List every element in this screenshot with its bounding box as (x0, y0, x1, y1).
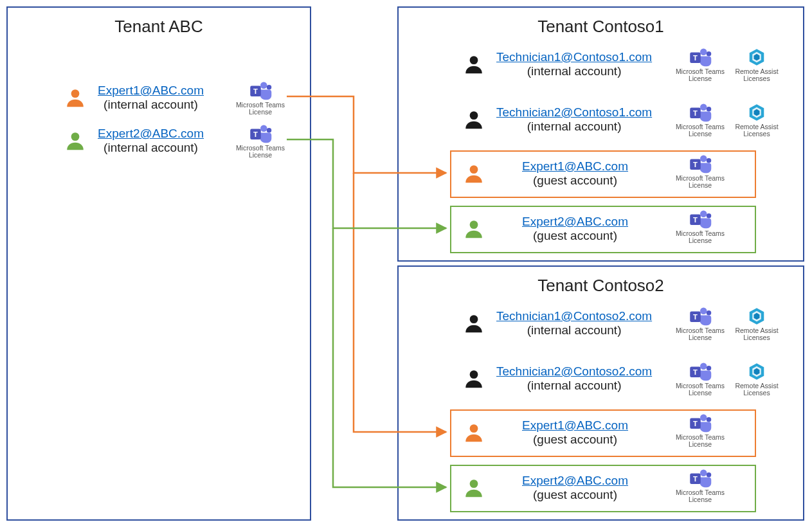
svg-point-6 (260, 125, 267, 132)
diagram-canvas: Tenant ABC Expert1@ABC.com (internal acc… (6, 6, 806, 523)
abc-user1-email[interactable]: Expert2@ABC.com (98, 127, 204, 141)
remoteassist-license-block: Remote Assist Licenses (730, 48, 783, 82)
license-caption: Remote Assist Licenses (730, 382, 783, 397)
contoso1-user3-email[interactable]: Expert2@ABC.com (522, 215, 628, 229)
license-caption: Microsoft Teams License (234, 145, 287, 159)
person-icon (463, 422, 485, 444)
svg-point-27 (700, 156, 707, 163)
svg-text:T: T (693, 54, 698, 62)
svg-point-46 (707, 366, 712, 371)
teams-icon: T (689, 154, 712, 174)
svg-point-45 (700, 363, 707, 370)
license-caption: Microsoft Teams License (674, 489, 726, 503)
svg-text:T: T (693, 161, 698, 168)
svg-point-5 (71, 132, 80, 141)
teams-icon: T (689, 307, 712, 326)
remoteassist-license-block: Remote Assist Licenses (730, 362, 783, 397)
svg-text:T: T (693, 475, 698, 483)
contoso2-user2-email[interactable]: Expert1@ABC.com (522, 418, 628, 433)
teams-icon: T (249, 81, 272, 100)
svg-point-58 (700, 470, 707, 477)
svg-point-52 (470, 424, 478, 433)
svg-text:T: T (253, 87, 258, 95)
license-caption: Microsoft Teams License (674, 123, 726, 138)
remoteassist-license-block: Remote Assist Licenses (730, 307, 783, 341)
svg-text:T: T (693, 109, 698, 117)
license-caption: Microsoft Teams License (674, 230, 726, 244)
svg-point-2 (267, 85, 272, 90)
contoso2-user3-email[interactable]: Expert2@ABC.com (522, 474, 628, 488)
tenant-contoso2-title: Tenant Contoso2 (399, 276, 803, 296)
license-caption: Remote Assist Licenses (730, 68, 783, 82)
teams-icon: T (689, 103, 712, 122)
svg-text:T: T (693, 313, 698, 321)
contoso1-user2-email[interactable]: Expert1@ABC.com (522, 159, 628, 174)
person-icon (463, 312, 485, 334)
svg-point-19 (700, 104, 707, 111)
svg-point-32 (700, 211, 707, 218)
tenant-contoso1-title: Tenant Contoso1 (399, 17, 803, 37)
svg-text:T: T (253, 130, 258, 138)
teams-license-block: T Microsoft Teams License (674, 154, 726, 189)
svg-point-57 (470, 480, 478, 488)
tenant-contoso1: Tenant Contoso1 Technician1@Contoso1.com… (397, 6, 804, 262)
person-icon (64, 87, 86, 109)
teams-license-block: T Microsoft Teams License (234, 81, 287, 116)
license-caption: Microsoft Teams License (674, 175, 726, 189)
person-icon (463, 109, 485, 130)
contoso1-user2-sub: (guest account) (522, 174, 628, 188)
teams-license-block: T Microsoft Teams License (674, 469, 726, 503)
contoso1-user3-sub: (guest account) (522, 229, 628, 243)
person-icon (463, 53, 485, 75)
svg-point-18 (470, 111, 478, 120)
contoso1-guest-row: Expert2@ABC.com (guest account) (463, 215, 628, 243)
svg-point-28 (707, 158, 712, 163)
abc-user0-sub: (internal account) (98, 98, 204, 112)
person-icon (64, 130, 86, 152)
svg-text:T: T (693, 368, 698, 376)
teams-icon: T (689, 413, 712, 433)
remoteassist-icon (746, 48, 768, 67)
contoso2-user2-sub: (guest account) (522, 433, 628, 447)
svg-point-11 (700, 49, 707, 56)
license-caption: Microsoft Teams License (674, 68, 726, 82)
teams-icon: T (689, 210, 712, 229)
contoso1-user1-sub: (internal account) (496, 120, 652, 134)
license-caption: Microsoft Teams License (674, 434, 726, 448)
contoso1-user0-sub: (internal account) (496, 64, 652, 78)
teams-license-block: T Microsoft Teams License (674, 413, 726, 448)
license-caption: Microsoft Teams License (674, 327, 726, 341)
teams-icon: T (689, 362, 712, 381)
teams-license-block: T Microsoft Teams License (674, 307, 726, 341)
person-icon (463, 368, 485, 390)
license-caption: Remote Assist Licenses (730, 327, 783, 341)
contoso1-user-row: Technician1@Contoso1.com (internal accou… (463, 50, 652, 78)
svg-point-26 (470, 165, 478, 174)
teams-license-block: T Microsoft Teams License (234, 124, 287, 159)
svg-point-53 (700, 415, 707, 422)
teams-icon: T (249, 124, 272, 143)
abc-user1-sub: (internal account) (98, 141, 204, 155)
license-caption: Remote Assist Licenses (730, 123, 783, 138)
svg-point-1 (260, 82, 267, 89)
svg-point-12 (707, 51, 712, 57)
svg-point-37 (700, 308, 707, 315)
remoteassist-icon (746, 362, 768, 381)
person-icon (463, 163, 485, 184)
contoso2-user1-email[interactable]: Technician2@Contoso2.com (496, 364, 652, 379)
svg-point-7 (267, 128, 272, 133)
teams-license-block: T Microsoft Teams License (674, 362, 726, 397)
tenant-abc: Tenant ABC Expert1@ABC.com (internal acc… (6, 6, 311, 521)
contoso2-user0-email[interactable]: Technician1@Contoso2.com (496, 309, 652, 323)
abc-user0-email[interactable]: Expert1@ABC.com (98, 84, 204, 98)
svg-point-59 (707, 472, 712, 478)
svg-point-54 (707, 417, 712, 422)
contoso2-user3-sub: (guest account) (522, 488, 628, 502)
contoso2-user0-sub: (internal account) (496, 323, 652, 337)
person-icon (463, 477, 485, 499)
svg-point-31 (470, 220, 478, 229)
contoso1-user1-email[interactable]: Technician2@Contoso1.com (496, 105, 652, 120)
svg-point-20 (707, 107, 712, 112)
tenant-abc-title: Tenant ABC (8, 17, 310, 37)
contoso1-user0-email[interactable]: Technician1@Contoso1.com (496, 50, 652, 64)
